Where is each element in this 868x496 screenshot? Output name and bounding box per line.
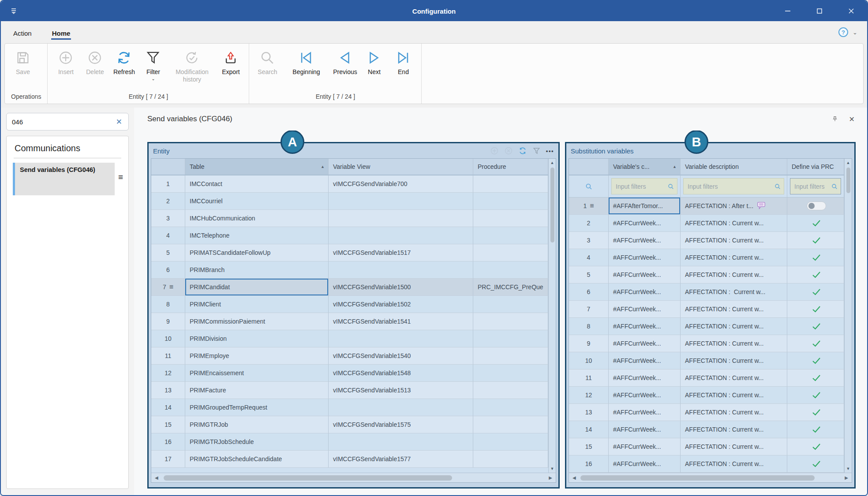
subvars-col-code[interactable]: Variable's c...▲ (609, 159, 681, 175)
scroll-thumb[interactable] (164, 475, 452, 481)
ribbon-button-previous[interactable]: Previous ⌄ (330, 46, 359, 81)
ribbon-button-modification-history[interactable]: Modification history ⌄ (168, 46, 216, 89)
scroll-up-icon[interactable]: ▲ (845, 159, 852, 167)
more-options-icon[interactable]: ••• (546, 148, 554, 154)
table-row[interactable]: 2 #AFFCurrWeek... AFFECTATION : Current … (569, 215, 844, 232)
filter-input-define[interactable]: Input filters (790, 178, 841, 194)
table-row[interactable]: 6 PRIMBranch (151, 261, 548, 279)
scroll-down-icon[interactable]: ▼ (845, 465, 852, 473)
sidebar-search-input[interactable] (12, 118, 113, 126)
table-row[interactable]: 14 PRIMGroupedTempRequest (151, 399, 548, 416)
subvars-horizontal-scrollbar[interactable]: ◀ ▶ (569, 473, 852, 482)
table-row[interactable]: 9 #AFFCurrWeek... AFFECTATION : Current … (569, 335, 844, 352)
table-row[interactable]: 7 #AFFCurrWeek... AFFECTATION : Current … (569, 301, 844, 318)
table-row[interactable]: 11 PRIMEmploye vIMCCFGSendVariable1540 (151, 347, 548, 365)
table-row[interactable]: 11 #AFFCurrWeek... AFFECTATION : Current… (569, 369, 844, 387)
subvars-col-description[interactable]: Variable description (681, 159, 787, 175)
help-icon[interactable]: ? (838, 27, 848, 37)
entity-vertical-scrollbar[interactable]: ▲ ▼ (548, 159, 556, 473)
table-row[interactable]: 7≡ PRIMCandidat vIMCCFGSendVariable1500 … (151, 279, 548, 296)
subvars-col-define[interactable]: Define via PRC (787, 159, 844, 175)
filter-grid-icon[interactable] (532, 147, 541, 155)
scroll-thumb[interactable] (550, 168, 554, 242)
subvars-panel-title: Substitution variables (571, 147, 634, 155)
scroll-left-icon[interactable]: ◀ (153, 475, 160, 480)
table-row[interactable]: 5 PRIMATSCandidateFollowUp vIMCCFGSendVa… (151, 244, 548, 261)
scroll-thumb[interactable] (580, 475, 815, 481)
table-row[interactable]: 16 #AFFCurrWeek... AFFECTATION : Current… (569, 455, 844, 473)
comment-icon[interactable] (757, 201, 766, 211)
scroll-left-icon[interactable]: ◀ (571, 475, 578, 480)
add-row-icon[interactable] (490, 146, 499, 155)
sidebar-item-label: Send variables (CFG046) (13, 163, 115, 173)
pin-icon[interactable] (831, 116, 838, 123)
ribbon-button-next[interactable]: Next ⌄ (359, 46, 389, 81)
filter-search-icon[interactable] (569, 175, 609, 197)
chevron-down-icon[interactable]: ⌄ (853, 29, 857, 36)
ribbon-button-end[interactable]: End ⌄ (389, 46, 418, 81)
scroll-up-icon[interactable]: ▲ (549, 159, 556, 167)
filter-input-description[interactable]: Input filters (683, 178, 784, 194)
table-row[interactable]: 4 IMCTelephone (151, 227, 548, 244)
table-row[interactable]: 6 #AFFCurrWeek... AFFECTATION : Current … (569, 283, 844, 301)
delete-row-icon[interactable] (504, 146, 513, 155)
insert-icon (58, 50, 73, 65)
table-row[interactable]: 5 #AFFCurrWeek... AFFECTATION : Current … (569, 266, 844, 283)
search-icon (260, 50, 275, 65)
scroll-thumb[interactable] (846, 168, 850, 193)
table-row[interactable]: 12 #AFFCurrWeek... AFFECTATION : Current… (569, 387, 844, 404)
table-row[interactable]: 8 #AFFCurrWeek... AFFECTATION : Current … (569, 318, 844, 335)
table-row[interactable]: 8 PRIMClient vIMCCFGSendVariable1502 (151, 296, 548, 313)
table-row[interactable]: 16 PRIMGTRJobSchedule (151, 433, 548, 451)
row-menu-icon[interactable]: ≡ (169, 284, 173, 290)
ribbon-button-beginning[interactable]: Beginning ⌄ (282, 46, 330, 81)
subvars-vertical-scrollbar[interactable]: ▲ ▼ (844, 159, 852, 473)
ribbon-button-filter[interactable]: Filter ⌄ (138, 46, 168, 81)
entity-col-table[interactable]: Table▲ (185, 159, 329, 175)
filter-input-code[interactable]: Input filters (611, 178, 677, 194)
table-row[interactable]: 3 IMCHubCommunication (151, 210, 548, 227)
row-menu-icon[interactable]: ≡ (590, 203, 594, 209)
table-row[interactable]: 15 #AFFCurrWeek... AFFECTATION : Current… (569, 438, 844, 455)
ribbon-button-delete[interactable]: Delete ⌄ (80, 46, 109, 81)
table-row[interactable]: 14 #AFFCurrWeek... AFFECTATION : Current… (569, 421, 844, 438)
ribbon-group-label: Operations (8, 91, 44, 104)
entity-col-variable-view[interactable]: Variable View (329, 159, 473, 175)
sidebar-item-menu-icon[interactable]: ≡ (118, 174, 123, 180)
search-clear-icon[interactable]: ✕ (113, 116, 125, 127)
table-row[interactable]: 15 PRIMGTRJob vIMCCFGSendVariable1575 (151, 416, 548, 433)
tab-action[interactable]: Action (12, 23, 33, 41)
ribbon-tab-row: Action Home ? ⌄ (1, 21, 867, 43)
table-row[interactable]: 1 IMCContact vIMCCFGSendVariable700 (151, 175, 548, 193)
scroll-down-icon[interactable]: ▼ (549, 465, 556, 473)
check-icon (812, 374, 821, 382)
table-row[interactable]: 13 PRIMFacture vIMCCFGSendVariable1513 (151, 382, 548, 399)
toggle-off[interactable] (807, 201, 826, 210)
scroll-right-icon[interactable]: ▶ (547, 475, 554, 480)
table-row[interactable]: 1≡ #AFFAfterTomor... AFFECTATION : After… (569, 198, 844, 215)
refresh-grid-icon[interactable] (518, 146, 527, 155)
table-row[interactable]: 10 PRIMDivision (151, 330, 548, 347)
table-row[interactable]: 4 #AFFCurrWeek... AFFECTATION : Current … (569, 249, 844, 266)
table-row[interactable]: 3 #AFFCurrWeek... AFFECTATION : Current … (569, 232, 844, 249)
tab-home[interactable]: Home (51, 23, 71, 41)
table-row[interactable]: 2 IMCCourriel (151, 193, 548, 210)
save-icon (15, 50, 30, 65)
ribbon-button-insert[interactable]: Insert ⌄ (51, 46, 80, 81)
table-row[interactable]: 13 #AFFCurrWeek... AFFECTATION : Current… (569, 404, 844, 421)
check-icon (812, 271, 821, 279)
scroll-right-icon[interactable]: ▶ (843, 475, 850, 480)
entity-col-procedure[interactable]: Procedure (473, 159, 548, 175)
ribbon-button-refresh[interactable]: Refresh ⌄ (109, 46, 138, 81)
table-row[interactable]: 17 PRIMGTRJobScheduleCandidate vIMCCFGSe… (151, 451, 548, 468)
table-row[interactable]: 12 PRIMEncaissement vIMCCFGSendVariable1… (151, 365, 548, 382)
ribbon-group: Insert ⌄ Delete ⌄ Refresh ⌄ Filter ⌄ Mod… (48, 44, 249, 104)
table-row[interactable]: 9 PRIMCommissionPaiement vIMCCFGSendVari… (151, 313, 548, 330)
entity-horizontal-scrollbar[interactable]: ◀ ▶ (151, 473, 556, 482)
table-row[interactable]: 10 #AFFCurrWeek... AFFECTATION : Current… (569, 352, 844, 369)
ribbon-button-search[interactable]: Search ⌄ (253, 46, 282, 81)
sidebar-item-send-variables[interactable]: Send variables (CFG046) (13, 163, 115, 195)
document-close-icon[interactable]: ✕ (849, 115, 855, 123)
ribbon-button-save[interactable]: Save ⌄ (8, 46, 37, 81)
ribbon-button-export[interactable]: Export ⌄ (216, 46, 245, 81)
